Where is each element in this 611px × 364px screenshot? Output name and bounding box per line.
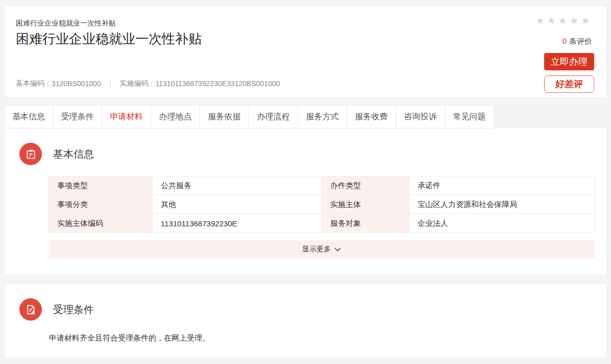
- tab-application-materials[interactable]: 申请材料: [102, 105, 151, 128]
- service-subtitle: 困难行业企业稳就业一次性补贴: [16, 19, 116, 28]
- review-count-line: 0条评价: [536, 37, 592, 46]
- table-cell-value: 其他: [153, 195, 322, 214]
- star-icon: ★: [570, 15, 581, 26]
- star-icon: ★: [581, 15, 592, 26]
- table-cell-value: 11310113687392230E: [153, 214, 322, 233]
- acceptance-conditions-text: 申请材料齐全且符合受理条件的，在网上受理。: [49, 333, 606, 343]
- service-codes: 基本编码： 3120BS001000 实施编码： 113101136873922…: [16, 79, 280, 88]
- tab-handling-process[interactable]: 办理流程: [249, 105, 298, 128]
- show-more-label: 显示更多: [302, 245, 331, 254]
- impl-code-value: 11310113687392230E33120BS001000: [156, 80, 280, 88]
- table-cell-value: 宝山区人力资源和社会保障局: [409, 195, 595, 214]
- tab-service-method[interactable]: 服务方式: [298, 105, 347, 128]
- table-row: 实施主体编码 11310113687392230E 服务对象 企业法人: [49, 214, 595, 233]
- star-icon: ★: [558, 15, 570, 26]
- acceptance-conditions-section-title: 受理条件: [53, 303, 94, 317]
- rate-service-button[interactable]: 好差评: [544, 75, 594, 93]
- star-icon: ★: [547, 15, 558, 26]
- tab-handling-location[interactable]: 办理地点: [151, 105, 200, 128]
- table-cell-value: 公共服务: [153, 176, 322, 195]
- tab-consultation-complaints[interactable]: 咨询投诉: [396, 105, 445, 128]
- table-cell-label: 办件类型: [322, 176, 409, 195]
- star-icon: ★: [536, 15, 547, 26]
- service-header-card: 困难行业企业稳就业一次性补贴 困难行业企业稳就业一次性补贴 基本编码： 3120…: [4, 5, 607, 98]
- apply-now-button[interactable]: 立即办理: [544, 53, 594, 70]
- review-count: 0: [563, 37, 567, 45]
- impl-code-label: 实施编码：: [120, 79, 156, 88]
- rating-block: ★★★★★ 0条评价: [536, 15, 592, 46]
- table-row: 事项分类 其他 实施主体 宝山区人力资源和社会保障局: [49, 195, 595, 214]
- basic-info-table: 事项类型 公共服务 办件类型 承诺件 事项分类 其他 实施主体 宝山区人力资源和…: [48, 176, 595, 233]
- table-cell-label: 实施主体编码: [49, 214, 153, 233]
- document-edit-icon: [19, 298, 42, 321]
- table-cell-label: 事项类型: [49, 176, 153, 195]
- table-cell-label: 实施主体: [322, 195, 409, 214]
- table-cell-value: 企业法人: [409, 214, 595, 233]
- basic-code-value: 3120BS001000: [52, 80, 101, 88]
- table-cell-value: 承诺件: [409, 176, 595, 195]
- basic-info-section-header: 基本信息: [5, 128, 606, 165]
- tab-basic-info[interactable]: 基本信息: [4, 105, 53, 128]
- basic-code-label: 基本编码：: [16, 79, 52, 88]
- table-cell-label: 事项分类: [49, 195, 153, 214]
- divider: [110, 80, 111, 88]
- basic-info-card: 基本信息 事项类型 公共服务 办件类型 承诺件 事项分类 其他 实施主体 宝山区…: [4, 128, 607, 275]
- page-title: 困难行业企业稳就业一次性补贴: [16, 30, 202, 48]
- chevron-down-icon: [334, 247, 341, 252]
- acceptance-conditions-section-header: 受理条件: [5, 284, 606, 321]
- star-rating: ★★★★★: [536, 15, 592, 27]
- section-tab-bar: 基本信息 受理条件 申请材料 办理地点 服务依据 办理流程 服务方式 服务收费 …: [4, 105, 607, 128]
- table-row: 事项类型 公共服务 办件类型 承诺件: [49, 176, 595, 195]
- tab-faq[interactable]: 常见问题: [445, 105, 494, 128]
- basic-info-section-title: 基本信息: [53, 147, 94, 161]
- clipboard-icon: [19, 143, 42, 165]
- tab-acceptance-conditions[interactable]: 受理条件: [53, 105, 102, 128]
- acceptance-conditions-card: 受理条件 申请材料齐全且符合受理条件的，在网上受理。: [4, 283, 607, 358]
- tab-service-basis[interactable]: 服务依据: [200, 105, 249, 128]
- show-more-button[interactable]: 显示更多: [48, 240, 595, 258]
- tab-service-fees[interactable]: 服务收费: [347, 105, 396, 128]
- table-cell-label: 服务对象: [322, 214, 409, 233]
- review-count-label: 条评价: [569, 37, 592, 45]
